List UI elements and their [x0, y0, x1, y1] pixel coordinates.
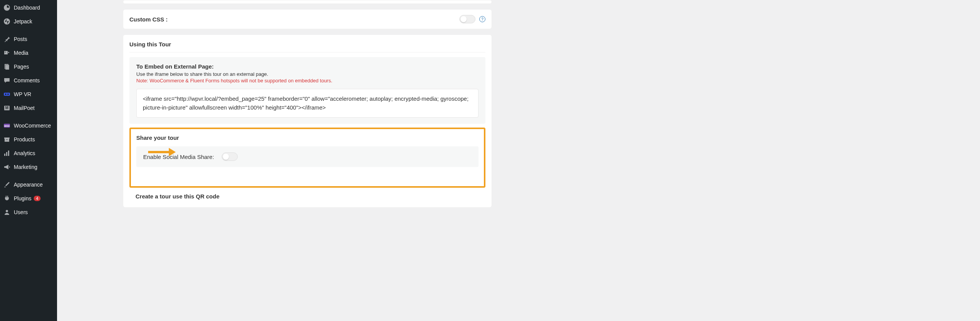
embed-note: Note: WooCommerce & Fluent Forms hotspot… [136, 78, 479, 84]
sidebar-label: Pages [14, 64, 29, 70]
sidebar-label: Jetpack [14, 18, 32, 25]
sidebar-label: WooCommerce [14, 123, 51, 129]
sidebar-item-products[interactable]: Products [0, 133, 57, 146]
svg-point-0 [4, 18, 10, 25]
svg-text:woo: woo [4, 124, 10, 127]
user-icon [3, 208, 11, 216]
custom-css-label: Custom CSS : [129, 16, 168, 23]
mail-icon: M [3, 104, 11, 112]
svg-point-18 [6, 210, 8, 212]
sidebar-item-dashboard[interactable]: Dashboard [0, 1, 57, 15]
svg-rect-5 [4, 93, 10, 96]
embed-section: To Embed on External Page: Use the ifram… [129, 57, 485, 124]
plugin-icon [3, 195, 11, 202]
svg-rect-16 [6, 152, 7, 156]
custom-css-panel: Custom CSS : ? [123, 9, 492, 29]
embed-desc: Use the iframe below to share this tour … [136, 71, 479, 77]
brush-icon [3, 181, 11, 188]
svg-text:M: M [5, 106, 8, 110]
using-tour-header: Using this Tour [129, 41, 485, 52]
sidebar-label: MailPoet [14, 105, 34, 111]
admin-sidebar: Dashboard Jetpack Posts Media Pages Comm… [0, 0, 57, 321]
chart-icon [3, 149, 11, 157]
previous-panel-edge [123, 0, 492, 4]
sidebar-item-users[interactable]: Users [0, 205, 57, 219]
info-icon[interactable]: ? [479, 16, 485, 22]
jetpack-icon [3, 18, 11, 25]
sidebar-label: WP VR [14, 91, 31, 97]
sidebar-item-marketing[interactable]: Marketing [0, 160, 57, 174]
sidebar-item-wpvr[interactable]: WP VR [0, 87, 57, 101]
svg-rect-17 [8, 151, 9, 156]
embed-code[interactable]: <iframe src="http://wpvr.local/?embed_pa… [136, 89, 479, 118]
woo-icon: woo [3, 122, 11, 129]
pages-icon [3, 63, 11, 70]
svg-rect-1 [4, 51, 8, 54]
sidebar-item-pages[interactable]: Pages [0, 60, 57, 74]
sidebar-label: Products [14, 136, 35, 142]
comment-icon [3, 77, 11, 84]
sidebar-label: Appearance [14, 182, 43, 188]
sidebar-label: Plugins [14, 195, 31, 201]
svg-point-2 [5, 52, 6, 52]
plugins-badge: 4 [34, 196, 41, 201]
sidebar-item-analytics[interactable]: Analytics [0, 146, 57, 160]
qr-section: Create a tour use this QR code [129, 188, 485, 200]
share-header: Share your tour [136, 134, 479, 146]
embed-title: To Embed on External Page: [136, 63, 479, 70]
svg-rect-14 [6, 139, 8, 140]
archive-icon [3, 136, 11, 143]
sidebar-item-comments[interactable]: Comments [0, 74, 57, 87]
sidebar-label: Media [14, 50, 28, 56]
svg-rect-13 [5, 139, 9, 142]
sidebar-label: Posts [14, 36, 27, 42]
social-share-toggle[interactable] [222, 152, 238, 161]
sidebar-label: Dashboard [14, 5, 40, 11]
share-tour-section: Share your tour Enable Social Media Shar… [129, 128, 485, 188]
svg-rect-12 [4, 138, 10, 139]
media-icon [3, 49, 11, 57]
sidebar-label: Comments [14, 77, 40, 84]
main-content: Custom CSS : ? Using this Tour To Embed … [57, 0, 980, 321]
sidebar-item-plugins[interactable]: Plugins 4 [0, 192, 57, 205]
svg-point-6 [5, 93, 7, 95]
pin-icon [3, 35, 11, 43]
custom-css-toggle[interactable] [459, 15, 475, 23]
sidebar-item-appearance[interactable]: Appearance [0, 178, 57, 192]
svg-rect-15 [4, 154, 5, 156]
sidebar-item-posts[interactable]: Posts [0, 32, 57, 46]
sidebar-label: Users [14, 209, 28, 215]
megaphone-icon [3, 163, 11, 171]
sidebar-item-woocommerce[interactable]: woo WooCommerce [0, 119, 57, 133]
qr-title: Create a tour use this QR code [136, 193, 479, 200]
highlight-arrow [148, 148, 176, 156]
sidebar-item-jetpack[interactable]: Jetpack [0, 15, 57, 28]
svg-point-7 [7, 93, 9, 95]
sidebar-label: Analytics [14, 150, 35, 156]
sidebar-item-media[interactable]: Media [0, 46, 57, 60]
vr-icon [3, 90, 11, 98]
using-tour-panel: Using this Tour To Embed on External Pag… [123, 34, 492, 208]
svg-rect-4 [5, 65, 9, 70]
sidebar-label: Marketing [14, 164, 37, 170]
sidebar-item-mailpoet[interactable]: M MailPoet [0, 101, 57, 115]
dashboard-icon [3, 4, 11, 11]
